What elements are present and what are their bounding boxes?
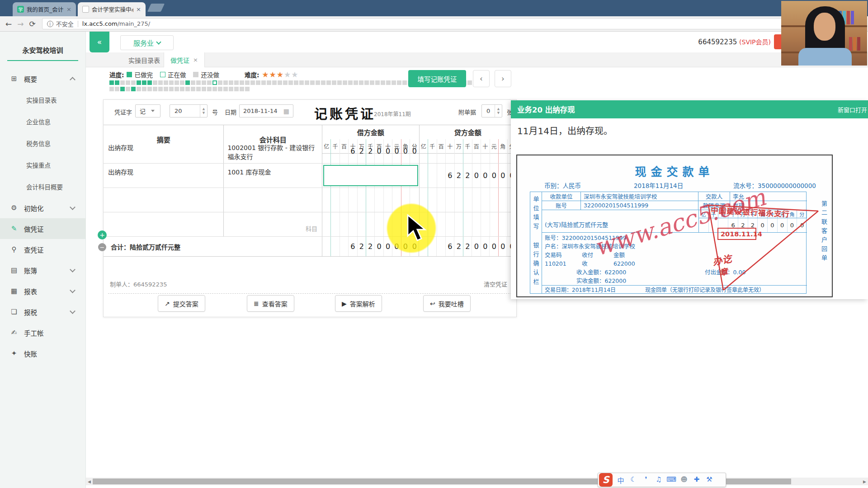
- task-square[interactable]: [392, 80, 396, 85]
- task-square[interactable]: [158, 80, 163, 85]
- sidebar-item-practice-catalog[interactable]: 实操目录表: [0, 89, 85, 111]
- digit-cell[interactable]: [455, 188, 464, 212]
- task-square[interactable]: [299, 80, 304, 85]
- browser-tab-home[interactable]: 学 我的首页_会计学堂 ×: [13, 2, 76, 16]
- task-square[interactable]: [261, 80, 266, 85]
- debit-cell[interactable]: 62200000: [322, 139, 420, 163]
- digit-cell[interactable]: 6: [349, 139, 357, 163]
- digit-cell[interactable]: 0: [499, 164, 508, 188]
- digit-cell[interactable]: [340, 139, 349, 163]
- task-square[interactable]: [250, 80, 255, 85]
- digit-cell[interactable]: [709, 218, 719, 232]
- task-square[interactable]: [191, 87, 195, 91]
- digit-cell[interactable]: [340, 237, 349, 256]
- digit-cell[interactable]: 2: [454, 237, 463, 256]
- digit-cell[interactable]: 0: [758, 218, 768, 232]
- punctuation-icon[interactable]: ❜: [640, 475, 652, 485]
- task-square[interactable]: [120, 80, 125, 85]
- task-square[interactable]: [234, 80, 239, 85]
- digit-cell[interactable]: [331, 188, 340, 212]
- toolbox-icon[interactable]: ⚒: [703, 475, 716, 485]
- digit-cell[interactable]: [420, 164, 429, 188]
- digit-cell[interactable]: 2: [366, 139, 375, 163]
- task-square[interactable]: [175, 87, 179, 91]
- task-square[interactable]: [196, 80, 201, 85]
- digit-cell[interactable]: [322, 139, 331, 163]
- task-square[interactable]: [137, 87, 141, 91]
- sidebar-item-manual-account[interactable]: ✍手工帐: [0, 322, 85, 343]
- digit-cell[interactable]: 0: [401, 139, 410, 163]
- digit-cell[interactable]: [358, 212, 366, 236]
- digit-cell[interactable]: [428, 139, 437, 163]
- task-square[interactable]: [147, 87, 152, 91]
- task-square[interactable]: [354, 80, 358, 85]
- task-square[interactable]: [185, 80, 190, 85]
- tab-close-icon[interactable]: ×: [66, 6, 71, 13]
- task-square[interactable]: [310, 80, 315, 85]
- new-tab-button[interactable]: [147, 4, 165, 12]
- task-square[interactable]: [332, 80, 336, 85]
- url-bar[interactable]: i 不安全 lx.acc5.com /main_275/: [42, 18, 856, 29]
- task-square[interactable]: [169, 87, 174, 91]
- horizontal-scrollbar[interactable]: ◀ ▶: [86, 478, 868, 485]
- task-square[interactable]: [381, 80, 385, 85]
- digit-cell[interactable]: [472, 212, 481, 236]
- scroll-left-icon[interactable]: ◀: [86, 479, 93, 484]
- summary-cell[interactable]: 出纳存现: [104, 139, 224, 163]
- task-square[interactable]: [256, 80, 260, 85]
- digit-cell[interactable]: [420, 139, 429, 163]
- task-square[interactable]: [467, 80, 472, 85]
- digit-cell[interactable]: [331, 139, 340, 163]
- task-square[interactable]: [126, 80, 130, 85]
- digit-cell[interactable]: 2: [748, 218, 758, 232]
- digit-cell[interactable]: [446, 139, 455, 163]
- open-new-window-link[interactable]: 新窗口打开: [838, 105, 867, 114]
- digit-cell[interactable]: 0: [797, 218, 807, 232]
- digit-cell[interactable]: [366, 188, 375, 212]
- answer-analysis-button[interactable]: ▶答案解析: [335, 295, 382, 312]
- task-square[interactable]: [397, 80, 401, 85]
- remove-row-button[interactable]: −: [98, 243, 106, 251]
- attach-input[interactable]: 0 ▲▼: [481, 104, 502, 117]
- task-square[interactable]: [147, 80, 152, 85]
- task-square[interactable]: [169, 80, 174, 85]
- next-business-button[interactable]: ›: [495, 70, 511, 87]
- task-square[interactable]: [115, 80, 119, 85]
- task-square[interactable]: [153, 80, 157, 85]
- task-square[interactable]: [245, 87, 250, 91]
- industry-select[interactable]: 服务业: [120, 35, 174, 50]
- digit-cell[interactable]: 2: [463, 164, 472, 188]
- digit-cell[interactable]: 2: [358, 237, 366, 256]
- digit-cell[interactable]: [322, 212, 331, 236]
- summary-cell[interactable]: 出纳存现: [104, 164, 224, 188]
- task-square[interactable]: [245, 80, 250, 85]
- summary-cell[interactable]: [104, 212, 224, 236]
- task-square[interactable]: [343, 80, 347, 85]
- task-square[interactable]: [191, 80, 195, 85]
- sidebar-item-practice-points[interactable]: 实操重点: [0, 154, 85, 176]
- account-cell[interactable]: 1001 库存现金: [224, 164, 322, 188]
- digit-cell[interactable]: 2: [463, 237, 472, 256]
- task-square[interactable]: [137, 80, 141, 85]
- digit-cell[interactable]: 0: [375, 237, 383, 256]
- digit-cell[interactable]: [499, 188, 508, 212]
- task-square[interactable]: [305, 80, 309, 85]
- task-square[interactable]: [212, 87, 217, 91]
- digit-cell[interactable]: [490, 139, 499, 163]
- digit-cell[interactable]: 2: [738, 218, 748, 232]
- task-square[interactable]: [164, 80, 168, 85]
- chinese-mode-icon[interactable]: 中: [614, 475, 627, 485]
- sidebar-item-ledger[interactable]: ▤账簿: [0, 260, 85, 281]
- credit-cell[interactable]: [420, 188, 517, 212]
- task-square[interactable]: [196, 87, 201, 91]
- sidebar-item-make-voucher[interactable]: ✎做凭证: [0, 218, 85, 239]
- back-icon[interactable]: ←: [5, 19, 12, 28]
- digit-cell[interactable]: [455, 212, 464, 236]
- digit-cell[interactable]: [455, 139, 464, 163]
- task-square[interactable]: [158, 87, 163, 91]
- task-square[interactable]: [370, 80, 374, 85]
- spinner-arrows-icon[interactable]: ▲▼: [200, 105, 207, 117]
- task-square[interactable]: [131, 80, 136, 85]
- digit-cell[interactable]: 2: [358, 139, 366, 163]
- digit-cell[interactable]: [340, 188, 349, 212]
